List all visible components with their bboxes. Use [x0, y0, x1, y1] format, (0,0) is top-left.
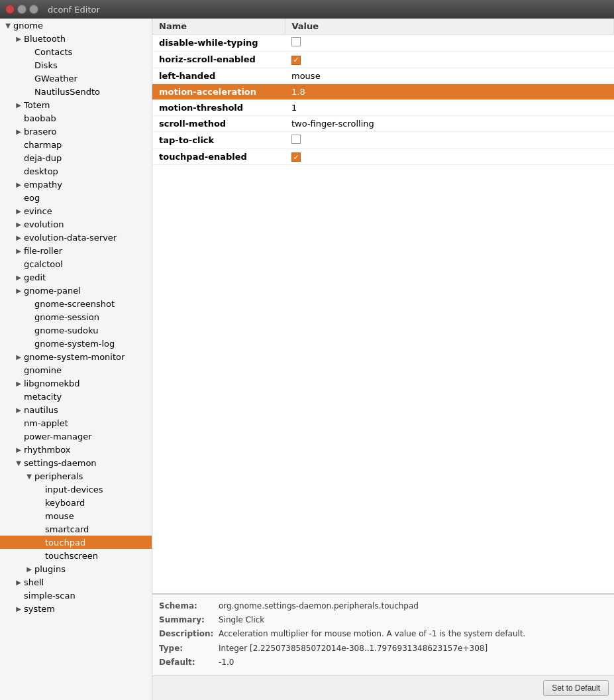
sidebar-item-power-manager[interactable]: power-manager [0, 430, 152, 443]
schema-label: Schema: [159, 600, 219, 612]
sidebar-item-simple-scan[interactable]: simple-scan [0, 589, 152, 602]
col-header-name: Name [152, 19, 285, 34]
value-cell: 1 [285, 99, 614, 115]
checkbox-disable-while-typing[interactable] [291, 37, 301, 46]
sidebar-item-gcalctool[interactable]: gcalctool [0, 257, 152, 270]
sidebar-item-system[interactable]: ▶system [0, 602, 152, 615]
table-row[interactable]: motion-acceleration1.8 [152, 84, 614, 99]
sidebar-item-label-rhythmbox: rhythmbox [24, 445, 152, 455]
arrow-icon-evolution: ▶ [13, 219, 24, 229]
sidebar-item-gnome-system-log[interactable]: gnome-system-log [0, 337, 152, 350]
sidebar-item-brasero[interactable]: ▶brasero [0, 125, 152, 138]
sidebar-item-evolution-data-server[interactable]: ▶evolution-data-server [0, 231, 152, 244]
sidebar-item-charmap[interactable]: charmap [0, 138, 152, 151]
value-cell[interactable] [285, 34, 614, 52]
titlebar-buttons [5, 5, 38, 14]
table-row[interactable]: touchpad-enabled✓ [152, 148, 614, 165]
key-cell: horiz-scroll-enabled [152, 52, 285, 68]
set-to-default-button[interactable]: Set to Default [543, 680, 609, 696]
arrow-icon-settings-daemon: ▼ [13, 457, 24, 468]
sidebar-item-desktop[interactable]: desktop [0, 164, 152, 178]
arrow-icon-gedit: ▶ [13, 272, 24, 282]
sidebar-item-evolution[interactable]: ▶evolution [0, 217, 152, 231]
sidebar-item-gnome-panel[interactable]: ▶gnome-panel [0, 284, 152, 297]
sidebar-item-peripherals[interactable]: ▼peripherals [0, 469, 152, 483]
sidebar-item-input-devices[interactable]: input-devices [0, 483, 152, 496]
checkbox-tap-to-click[interactable] [291, 135, 301, 144]
sidebar-item-label-gcalctool: gcalctool [24, 259, 152, 269]
key-cell: disable-while-typing [152, 34, 285, 52]
sidebar-item-keyboard[interactable]: keyboard [0, 496, 152, 509]
sidebar-item-shell[interactable]: ▶shell [0, 575, 152, 589]
checkbox-touchpad-enabled[interactable]: ✓ [291, 152, 301, 162]
table-row[interactable]: disable-while-typing [152, 34, 614, 52]
checkbox-horiz-scroll-enabled[interactable]: ✓ [291, 56, 301, 65]
sidebar-item-nautilus[interactable]: ▶nautilus [0, 403, 152, 416]
sidebar-item-label-gnome: gnome [13, 21, 152, 30]
sidebar-item-evince[interactable]: ▶evince [0, 204, 152, 217]
sidebar-item-label-touchscreen: touchscreen [45, 551, 152, 561]
sidebar-item-empathy[interactable]: ▶empathy [0, 178, 152, 191]
table-row[interactable]: scroll-methodtwo-finger-scrolling [152, 115, 614, 131]
arrow-icon-system: ▶ [13, 603, 24, 614]
sidebar-item-metacity[interactable]: metacity [0, 390, 152, 403]
arrow-icon-gnome: ▼ [3, 20, 13, 30]
sidebar-item-label-metacity: metacity [24, 392, 152, 402]
sidebar-item-deja-dup[interactable]: deja-dup [0, 151, 152, 164]
sidebar-item-nautilussendto[interactable]: NautilusSendto [0, 85, 152, 98]
sidebar-item-gnome[interactable]: ▼gnome [0, 19, 152, 32]
sidebar-item-gnome-session[interactable]: gnome-session [0, 310, 152, 323]
sidebar-item-contacts[interactable]: Contacts [0, 45, 152, 58]
table-row[interactable]: horiz-scroll-enabled✓ [152, 52, 614, 68]
minimize-button[interactable] [17, 5, 26, 14]
sidebar-item-rhythmbox[interactable]: ▶rhythmbox [0, 443, 152, 456]
arrow-icon-libgnomekbd: ▶ [13, 378, 24, 388]
key-cell: left-handed [152, 68, 285, 84]
arrow-icon-gnome-panel: ▶ [13, 285, 24, 296]
sidebar-item-plugins[interactable]: ▶plugins [0, 562, 152, 575]
sidebar-item-baobab[interactable]: baobab [0, 111, 152, 125]
sidebar: ▼gnome▶BluetoothContactsDisksGWeatherNau… [0, 19, 152, 700]
sidebar-item-label-gnome-sudoku: gnome-sudoku [34, 325, 152, 335]
sidebar-item-label-nm-applet: nm-applet [24, 418, 152, 428]
sidebar-item-eog[interactable]: eog [0, 191, 152, 204]
sidebar-item-label-gnome-session: gnome-session [34, 312, 152, 322]
sidebar-item-gedit[interactable]: ▶gedit [0, 270, 152, 284]
table-row[interactable]: motion-threshold1 [152, 99, 614, 115]
sidebar-item-label-peripherals: peripherals [34, 471, 152, 481]
close-button[interactable] [5, 5, 15, 14]
sidebar-item-touchscreen[interactable]: touchscreen [0, 549, 152, 562]
sidebar-item-label-nautilussendto: NautilusSendto [34, 87, 152, 97]
sidebar-item-label-input-devices: input-devices [45, 485, 152, 495]
description-value: Acceleration multiplier for mouse motion… [219, 628, 607, 640]
sidebar-item-bluetooth[interactable]: ▶Bluetooth [0, 32, 152, 45]
value-cell[interactable]: ✓ [285, 52, 614, 68]
sidebar-item-gweather[interactable]: GWeather [0, 72, 152, 85]
table-row[interactable]: tap-to-click [152, 131, 614, 148]
sidebar-item-file-roller[interactable]: ▶file-roller [0, 244, 152, 257]
sidebar-item-settings-daemon[interactable]: ▼settings-daemon [0, 456, 152, 469]
sidebar-item-label-libgnomekbd: libgnomekbd [24, 379, 152, 388]
type-label: Type: [159, 642, 219, 655]
sidebar-item-nm-applet[interactable]: nm-applet [0, 416, 152, 430]
maximize-button[interactable] [29, 5, 38, 14]
sidebar-item-gnome-screenshot[interactable]: gnome-screenshot [0, 297, 152, 310]
sidebar-item-mouse[interactable]: mouse [0, 509, 152, 522]
sidebar-item-disks[interactable]: Disks [0, 58, 152, 72]
sidebar-item-smartcard[interactable]: smartcard [0, 522, 152, 536]
arrow-icon-peripherals: ▼ [24, 471, 34, 481]
table-row[interactable]: left-handedmouse [152, 68, 614, 84]
arrow-icon-totem: ▶ [13, 99, 24, 110]
sidebar-item-label-shell: shell [24, 577, 152, 587]
sidebar-item-label-disks: Disks [34, 60, 152, 70]
sidebar-item-label-power-manager: power-manager [24, 432, 152, 441]
value-cell[interactable] [285, 131, 614, 148]
sidebar-item-gnome-sudoku[interactable]: gnome-sudoku [0, 323, 152, 337]
sidebar-item-gnomine[interactable]: gnomine [0, 363, 152, 377]
sidebar-item-totem[interactable]: ▶Totem [0, 98, 152, 111]
sidebar-item-gnome-system-monitor[interactable]: ▶gnome-system-monitor [0, 350, 152, 363]
sidebar-item-touchpad[interactable]: touchpad [0, 536, 152, 549]
value-cell[interactable]: ✓ [285, 148, 614, 165]
sidebar-item-label-eog: eog [24, 193, 152, 203]
sidebar-item-libgnomekbd[interactable]: ▶libgnomekbd [0, 377, 152, 390]
